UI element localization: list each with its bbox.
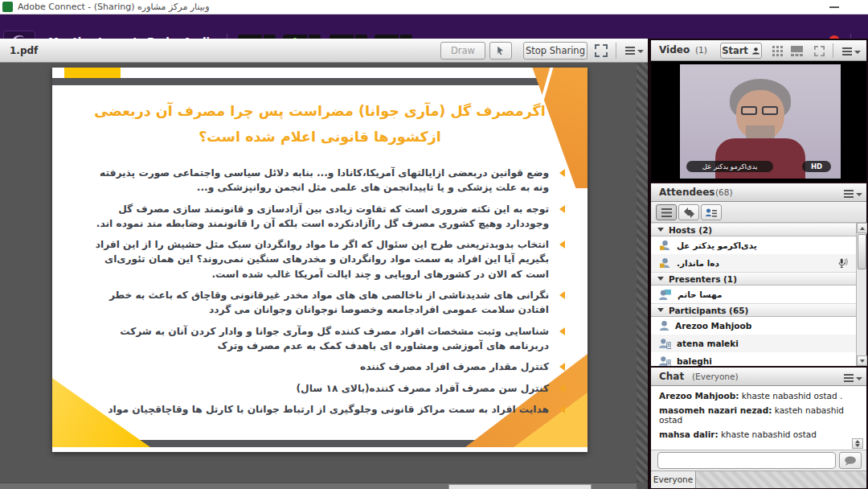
slide-bullet: انتخاب بدوبدتریعنی طرح این سئوال که اگر … (84, 237, 567, 281)
grid-icon (772, 46, 783, 56)
fullscreen-button[interactable] (595, 44, 608, 57)
stop-sharing-button[interactable]: Stop Sharing (523, 42, 588, 60)
slide-bullet: شناسایی وثبت مشخصات افراد مصرف کننده گل … (84, 324, 567, 354)
grid-view-button[interactable] (768, 44, 786, 57)
host-icon (659, 257, 671, 269)
chat-message: masomeh nazari nezad: kasteh nabashid os… (651, 401, 866, 425)
scroll-up-button[interactable] (857, 223, 867, 233)
video-fullscreen-button[interactable] (810, 44, 828, 57)
host-icon (659, 240, 671, 251)
attendees-toolbar (651, 202, 866, 223)
slide-title-line2: ازکشورها قانونی اعلام شده است؟ (75, 124, 565, 150)
bullet-arrow-icon (559, 327, 565, 335)
filmstrip-icon (790, 46, 804, 56)
video-area: یدی‌اکرمو یدکتر عل HD (651, 61, 866, 182)
video-count: (1) (695, 45, 707, 55)
right-sidebar: Video (1) Start (648, 39, 868, 489)
pod-resize-gutter[interactable] (637, 63, 648, 483)
slide-topleft-accent (64, 68, 121, 78)
attendees-scrollbar[interactable] (856, 223, 866, 366)
minimize-button[interactable] (829, 6, 839, 8)
chevron-down-icon (856, 193, 862, 196)
filmstrip-view-button[interactable] (788, 44, 805, 57)
video-pod-menu-button[interactable] (842, 47, 861, 54)
bullet-arrow-icon (559, 405, 565, 413)
share-pod-menu-button[interactable] (625, 47, 644, 53)
chat-pod-menu-button[interactable] (844, 374, 862, 380)
presenter-icon (659, 289, 672, 300)
slide-bullet: توجه به این نکته ضروری است که تفاوت زیاد… (84, 202, 567, 232)
slide-top-band (52, 78, 588, 85)
attendee-row-participant[interactable]: Arezoo Mahjoob (651, 317, 856, 335)
webcam-video-frame: یدی‌اکرمو یدکتر عل HD (680, 64, 841, 179)
slide-bullet-list: وضع قوانین دربعضی ازایالتهای آمریکا،کانا… (84, 166, 567, 423)
attendees-pod-menu-button[interactable] (844, 190, 862, 196)
tab-everyone[interactable]: Everyone (651, 471, 696, 488)
menu-lines-icon (842, 47, 852, 49)
participant-mobile-icon (659, 338, 671, 349)
video-pod-title: Video (659, 44, 690, 55)
chat-message: mahsa dalir: khaste nabashid ostad (651, 425, 866, 439)
fullscreen-icon (595, 44, 608, 57)
hosts-section-header[interactable]: Hosts (2) (651, 223, 856, 236)
slide-bullet: هدایت افراد به سمت مراکز قانونی وجلوگیری… (84, 402, 567, 417)
start-webcam-button[interactable]: Start (720, 43, 762, 59)
scrollbar-thumb[interactable] (448, 484, 592, 489)
chat-message-input[interactable] (657, 452, 836, 469)
slide-bullet: نگرانی های شدیدناشی از ناخالصی های های م… (84, 288, 567, 318)
chat-tabs-bar: Everyone (651, 471, 866, 487)
video-header-separator (833, 43, 833, 58)
chat-scroll-buttons[interactable] (852, 438, 863, 449)
breakout-icon (684, 208, 694, 218)
video-pod-header: Video (1) Start (651, 40, 866, 61)
chat-pod-header: Chat (Everyone) (651, 368, 866, 386)
adobe-connect-window: وبینار مرکز مشاوره (Sharing) - Adobe Con… (0, 0, 868, 489)
presentation-slide: اگرمصرف گل (مآری جوانا) مضراست پس چرا مص… (52, 68, 588, 452)
share-header-separator (616, 43, 616, 59)
collapse-triangle-icon (657, 228, 664, 232)
chat-input-row (651, 450, 866, 471)
slide-bullet: وضع قوانین دربعضی ازایالتهای آمریکا،کانا… (84, 166, 567, 195)
chat-pod: Chat (Everyone) Arezoo Mahjoob: khaste n… (651, 368, 866, 487)
app-icon (2, 2, 13, 12)
collapse-triangle-icon (657, 308, 664, 312)
attendee-row-participant[interactable]: atena maleki (651, 335, 856, 352)
bullet-arrow-icon (559, 291, 565, 299)
attendees-pod-header: Attendees (68) (651, 183, 866, 202)
window-title: وبینار مرکز مشاوره (Sharing) - Adobe Con… (18, 2, 209, 12)
scroll-down-button[interactable] (857, 355, 867, 366)
attendee-row-presenter[interactable]: مهسا حاتم (651, 286, 856, 303)
collapse-triangle-icon (657, 277, 664, 281)
attendee-status-view-button[interactable] (701, 204, 722, 220)
attendee-row-host[interactable]: ده‌ا ماندار. (651, 254, 856, 272)
slide-bullet: کنترل مقدار مصرف افراد مصرف کننده (84, 360, 567, 374)
chevron-down-icon (856, 377, 862, 380)
chevron-down-icon (637, 50, 644, 53)
attendees-count: (68) (715, 187, 733, 197)
share-pod-header: 1.pdf Draw Stop Sharing (0, 39, 648, 63)
breakout-view-button[interactable] (678, 204, 699, 220)
chat-tabs-filler (696, 471, 866, 488)
window-titlebar: وبینار مرکز مشاوره (Sharing) - Adobe Con… (0, 0, 868, 14)
scrollbar-thumb[interactable] (858, 234, 866, 269)
attendee-list-view-button[interactable] (656, 204, 677, 220)
share-horizontal-scrollbar[interactable] (0, 483, 637, 489)
draw-button[interactable]: Draw (440, 42, 485, 60)
menu-lines-icon (844, 190, 854, 191)
list-view-icon (661, 208, 672, 217)
bullet-arrow-icon (559, 240, 565, 249)
send-message-button[interactable] (839, 452, 862, 469)
attendees-list: Hosts (2) یدی‌اکرمو یدکتر عل ده‌ا ماندار… (651, 223, 856, 366)
bullet-arrow-icon (559, 384, 565, 392)
webcam-icon (751, 47, 760, 55)
attendee-row-host[interactable]: یدی‌اکرمو یدکتر عل (651, 236, 856, 254)
menu-lines-icon (844, 374, 854, 376)
pointer-tool-button[interactable] (489, 42, 512, 60)
chat-message-area: Arezoo Mahjoob: khaste nabashid ostad . … (651, 386, 866, 450)
presenters-section-header[interactable]: Presenters (1) (651, 272, 856, 286)
attendee-row-participant[interactable]: baleghi (651, 352, 856, 366)
participants-section-header[interactable]: Participants (65) (651, 303, 856, 317)
glasses-icon (741, 106, 757, 115)
share-pod: 1.pdf Draw Stop Sharing (0, 39, 648, 489)
bullet-arrow-icon (559, 363, 565, 371)
